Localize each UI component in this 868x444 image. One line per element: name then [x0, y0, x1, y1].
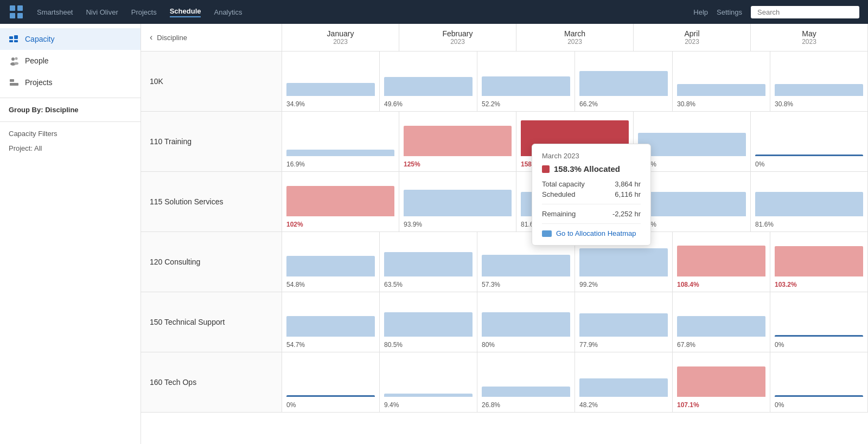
month-cell[interactable]: 63.5% [380, 232, 477, 292]
month-cell[interactable]: 0% [770, 352, 868, 412]
month-cells: 34.9%49.6%52.2%66.2%30.8%30.8% [282, 52, 868, 111]
nav-right: Help Settings [693, 6, 859, 18]
svg-rect-1 [17, 5, 23, 11]
month-col-0: January 2023 [282, 24, 399, 51]
month-cell[interactable]: 54.8% [282, 232, 380, 292]
pct-label: 80.5% [384, 341, 403, 349]
month-cell[interactable]: 30.8% [770, 52, 868, 111]
settings-menu[interactable]: Settings [717, 8, 742, 16]
month-cell[interactable]: 0% [282, 352, 380, 412]
bar-container [286, 239, 375, 276]
month-col-2: March 2023 [516, 24, 634, 51]
pct-label: 63.5% [384, 281, 403, 288]
help-menu[interactable]: Help [693, 8, 708, 16]
svg-rect-12 [10, 79, 14, 82]
pct-label: 107.1% [677, 401, 699, 409]
month-cell[interactable]: 34.9% [282, 52, 380, 111]
month-col-3: April 2023 [634, 24, 751, 51]
sidebar-item-people[interactable]: People [0, 50, 141, 72]
pct-label: 49.6% [384, 100, 403, 108]
month-cell[interactable]: 102% [282, 172, 399, 231]
month-cell[interactable]: 62.1% [634, 112, 751, 171]
project-filter-label[interactable]: Project: All [0, 141, 141, 156]
bar-container [482, 359, 570, 397]
nav-smartsheet[interactable]: Smartsheet [37, 8, 73, 16]
month-cell[interactable]: 81.6% [751, 172, 868, 231]
pct-label: 48.2% [579, 401, 598, 409]
month-col-1: February 2023 [399, 24, 516, 51]
bar-container [579, 58, 668, 96]
tooltip-remaining-val: -2,252 hr [612, 210, 641, 218]
bar-container [404, 178, 512, 216]
discipline-label: 120 Consulting [141, 232, 282, 292]
month-cell[interactable]: 80.5% [380, 292, 477, 352]
capacity-bar [482, 312, 570, 337]
capacity-bar [404, 126, 512, 156]
tooltip-heatmap-link[interactable]: Go to Allocation Heatmap [542, 229, 641, 237]
pct-label: 52.2% [482, 100, 500, 108]
month-cell[interactable]: 30.8% [673, 52, 770, 111]
sidebar-item-capacity[interactable]: Capacity [0, 28, 141, 50]
month-cell[interactable]: 125% [399, 112, 516, 171]
nav-projects[interactable]: Projects [131, 8, 157, 16]
month-cell[interactable]: 93.9% [399, 172, 516, 231]
month-cell[interactable]: 0% [751, 112, 868, 171]
svg-point-8 [11, 57, 15, 61]
svg-rect-7 [14, 40, 18, 42]
month-name-2: March [516, 29, 633, 38]
back-button[interactable]: ‹ [150, 33, 152, 42]
capacity-bar [755, 155, 863, 156]
nav-schedule[interactable]: Schedule [170, 7, 201, 17]
month-cell[interactable]: 48.2% [575, 352, 673, 412]
bar-container [775, 359, 863, 397]
sidebar-item-projects[interactable]: Projects [0, 72, 141, 93]
capacity-bar [677, 316, 765, 337]
svg-point-10 [15, 57, 18, 60]
month-cell[interactable]: 49.6% [380, 52, 477, 111]
pct-label: 57.3% [482, 281, 500, 288]
month-cell[interactable]: 26.8% [477, 352, 575, 412]
discipline-col-header: ‹ Discipline [141, 24, 282, 51]
capacity-filters-label[interactable]: Capacity Filters [0, 126, 141, 141]
tooltip-divider [542, 204, 641, 204]
capacity-icon [9, 34, 20, 44]
month-cell[interactable]: 9.4% [380, 352, 477, 412]
month-name-0: January [282, 29, 399, 38]
search-input[interactable] [751, 6, 859, 18]
pct-label: 102% [286, 221, 303, 228]
tooltip-capacity-val: 3,864 hr [615, 180, 641, 188]
month-cell[interactable]: 52.2% [477, 52, 575, 111]
svg-rect-5 [14, 35, 18, 39]
bar-container [482, 58, 570, 96]
svg-point-11 [14, 62, 18, 65]
month-cell[interactable]: 108.4% [673, 232, 770, 292]
discipline-row: 115 Solution Services102%93.9%81.6%81.6%… [141, 172, 868, 232]
bar-container [775, 299, 863, 337]
month-cell[interactable]: 103.2% [770, 232, 868, 292]
month-cell[interactable]: 107.1% [673, 352, 770, 412]
pct-label: 80% [482, 341, 495, 349]
sidebar: Capacity People Projects Group By: Disci… [0, 24, 141, 444]
month-cell[interactable]: 77.9% [575, 292, 673, 352]
capacity-bar [286, 395, 375, 397]
discipline-label: 115 Solution Services [141, 172, 282, 231]
app-logo[interactable] [9, 4, 24, 20]
month-cell[interactable]: 80% [477, 292, 575, 352]
month-cell[interactable]: 0% [770, 292, 868, 352]
nav-nivi[interactable]: Nivi Oliver [86, 8, 118, 16]
people-label: People [25, 56, 49, 65]
bar-container [755, 118, 863, 156]
bar-container [677, 359, 765, 397]
people-icon [9, 55, 20, 66]
pct-label: 54.8% [286, 281, 305, 288]
month-cell[interactable]: 54.7% [282, 292, 380, 352]
month-cell[interactable]: 67.8% [673, 292, 770, 352]
month-cell[interactable]: 16.9% [282, 112, 399, 171]
month-cell[interactable]: 66.2% [575, 52, 673, 111]
capacity-bar [775, 395, 863, 397]
bar-container [384, 299, 473, 337]
pct-label: 54.7% [286, 341, 305, 349]
bar-container [384, 359, 473, 397]
nav-analytics[interactable]: Analytics [214, 8, 242, 16]
month-cell[interactable]: 81.6% [634, 172, 751, 231]
